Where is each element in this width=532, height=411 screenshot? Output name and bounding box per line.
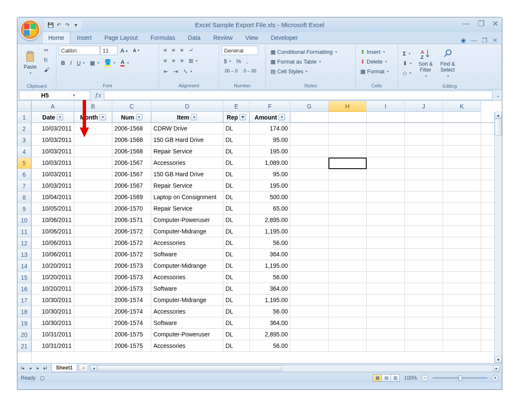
cell[interactable]: DL (223, 283, 250, 294)
cell[interactable] (367, 169, 405, 180)
cell[interactable]: Computer-Poweruser (151, 214, 223, 225)
select-all-corner[interactable] (17, 101, 31, 112)
cell[interactable]: 10/06/2011 (32, 214, 74, 225)
prev-sheet-button[interactable]: ◂ (27, 366, 33, 370)
cell[interactable] (74, 283, 112, 294)
qat-more-icon[interactable]: ▾ (72, 22, 79, 28)
row-header-2[interactable]: 2 (17, 123, 31, 135)
cell[interactable] (74, 157, 112, 168)
zoom-in-button[interactable]: + (492, 375, 499, 381)
column-header-G[interactable]: G (290, 101, 329, 112)
cell[interactable] (443, 283, 481, 294)
cell[interactable] (443, 180, 481, 191)
row-header-20[interactable]: 20 (17, 329, 31, 341)
cell[interactable]: 1,195.00 (250, 260, 290, 271)
cell[interactable]: 2006-1575 (112, 329, 151, 340)
ribbon-tab-developer[interactable]: Developer (265, 32, 304, 44)
cell[interactable] (290, 146, 329, 157)
cell[interactable] (329, 272, 367, 283)
filter-button-num[interactable]: ▼ (136, 114, 142, 120)
cell[interactable]: 56.00 (250, 237, 290, 248)
hscroll-thumb[interactable] (97, 365, 282, 371)
ribbon-tab-insert[interactable]: Insert (70, 32, 98, 44)
cell[interactable] (290, 317, 329, 328)
cell[interactable] (367, 329, 405, 340)
column-header-J[interactable]: J (405, 101, 443, 112)
cell[interactable] (443, 272, 481, 283)
column-header-C[interactable]: C (112, 101, 151, 112)
cell[interactable]: 364.00 (250, 283, 290, 294)
filter-button-date[interactable]: ▼ (57, 114, 63, 120)
conditional-formatting-button[interactable]: ▦Conditional Formatting▾ (268, 47, 339, 56)
orientation-button[interactable]: ⤡▾ (181, 67, 194, 76)
cell[interactable] (405, 203, 443, 214)
percent-button[interactable]: % (234, 57, 243, 66)
cell[interactable]: DL (223, 294, 250, 305)
row-header-21[interactable]: 21 (17, 341, 31, 352)
cell[interactable] (329, 226, 367, 237)
name-box[interactable]: ▾ (19, 91, 90, 100)
sheet-tab-sheet1[interactable]: Sheet1 (51, 364, 77, 372)
cell[interactable]: Repair Service (151, 180, 223, 191)
filter-button-month[interactable]: ▼ (100, 114, 106, 120)
increase-decimal-button[interactable]: .00→.0 (222, 67, 240, 75)
cell[interactable] (443, 192, 481, 203)
cell[interactable] (290, 192, 329, 203)
cell[interactable]: 10/03/2011 (32, 123, 74, 134)
cell[interactable] (290, 294, 329, 305)
row-header-11[interactable]: 11 (17, 226, 31, 238)
cell[interactable]: DL (223, 192, 250, 203)
cell[interactable]: DL (223, 169, 250, 180)
increase-indent-button[interactable]: ⇥ (171, 67, 180, 76)
cell[interactable] (405, 226, 443, 237)
cell[interactable] (405, 146, 443, 157)
cell[interactable] (329, 306, 367, 317)
cell[interactable] (290, 329, 329, 340)
cell[interactable] (405, 169, 443, 180)
cell[interactable] (74, 169, 112, 180)
cell[interactable] (74, 146, 112, 157)
cell[interactable]: 10/03/2011 (32, 146, 74, 157)
merge-center-button[interactable]: ⊞▾ (187, 56, 200, 65)
cell[interactable] (329, 146, 367, 157)
cell[interactable]: 10/20/2011 (32, 272, 74, 283)
row-header-8[interactable]: 8 (17, 192, 31, 203)
save-icon[interactable]: 💾 (47, 22, 54, 28)
cell[interactable] (443, 203, 481, 214)
cell[interactable]: DL (223, 237, 250, 248)
horizontal-scrollbar[interactable]: ◂ ▸ (90, 365, 500, 372)
cell[interactable]: 10/31/2011 (32, 340, 74, 351)
cell[interactable]: Computer-Midrange (151, 260, 223, 271)
column-header-H[interactable]: H (329, 101, 367, 112)
insert-function-button[interactable]: ƒx (92, 92, 104, 99)
cell[interactable] (443, 340, 481, 351)
cell[interactable]: 2006-1567 (112, 169, 151, 180)
borders-button[interactable]: ▦▾ (88, 58, 101, 67)
cell[interactable]: 2006-1573 (112, 260, 151, 271)
increase-font-button[interactable]: A▴ (118, 46, 130, 55)
next-sheet-button[interactable]: ▸ (34, 366, 41, 370)
format-as-table-button[interactable]: ▦Format as Table▾ (268, 57, 323, 66)
align-bottom-button[interactable]: ≡ (178, 46, 186, 55)
cut-button[interactable]: ✂ (42, 46, 52, 55)
cell[interactable]: 2006-1574 (112, 317, 151, 328)
cell[interactable] (290, 123, 329, 134)
filter-button-amount[interactable]: ▼ (279, 114, 285, 120)
minimize-ribbon-button[interactable]: — (471, 37, 477, 44)
filter-button-rep[interactable] (240, 114, 246, 120)
decrease-decimal-button[interactable]: .0→.00 (240, 67, 258, 75)
row-header-5[interactable]: 5 (17, 158, 31, 169)
cell[interactable]: 10/06/2011 (32, 237, 74, 248)
italic-button[interactable]: I (68, 58, 74, 67)
align-left-button[interactable]: ≡ (162, 56, 169, 65)
sort-filter-button[interactable]: AZ Sort & Filter▾ (415, 46, 436, 81)
cell[interactable]: Accessories (151, 237, 223, 248)
cell[interactable] (443, 329, 481, 340)
cell[interactable] (329, 237, 367, 248)
cell[interactable] (74, 237, 112, 248)
ribbon-tab-formulas[interactable]: Formulas (144, 32, 181, 44)
font-name-combo[interactable] (59, 46, 100, 55)
cell[interactable] (405, 317, 443, 328)
cell[interactable] (290, 203, 329, 214)
vscroll-thumb[interactable] (495, 119, 502, 136)
